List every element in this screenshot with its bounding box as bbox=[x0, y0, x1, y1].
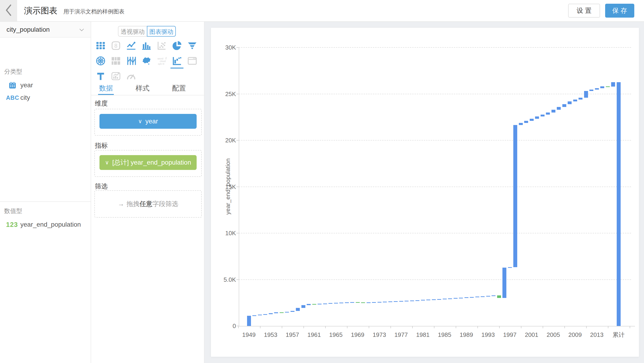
waterfall-bar[interactable] bbox=[486, 296, 490, 296]
waterfall-bar[interactable] bbox=[378, 302, 382, 302]
mode-pivot[interactable]: 透视驱动 bbox=[118, 26, 147, 37]
waterfall-bar[interactable] bbox=[334, 303, 338, 303]
waterfall-bar[interactable] bbox=[448, 298, 452, 299]
mode-chart[interactable]: 图表驱动 bbox=[147, 26, 176, 37]
filter-dropzone[interactable]: → 拖拽任意字段筛选 bbox=[94, 190, 202, 218]
line-chart-icon[interactable] bbox=[124, 38, 139, 53]
waterfall-bar[interactable] bbox=[454, 298, 458, 299]
waterfall-bar[interactable] bbox=[269, 313, 273, 314]
waterfall-bar[interactable] bbox=[394, 301, 398, 302]
waterfall-total-bar[interactable] bbox=[617, 82, 621, 326]
dimension-dropzone[interactable]: ∨ year bbox=[94, 109, 202, 136]
waterfall-bar[interactable] bbox=[513, 125, 517, 267]
waterfall-bar[interactable] bbox=[426, 299, 430, 300]
waterfall-bar[interactable] bbox=[481, 296, 484, 297]
number-card-icon[interactable]: 8 bbox=[108, 38, 124, 53]
waterfall-bar[interactable] bbox=[290, 311, 294, 312]
metric-pill[interactable]: ∨ [总计] year_end_population bbox=[100, 155, 196, 170]
scatter-chart-icon[interactable] bbox=[154, 38, 169, 53]
waterfall-bar[interactable] bbox=[530, 119, 534, 121]
save-button[interactable]: 保 存 bbox=[605, 4, 634, 18]
waterfall-bar[interactable] bbox=[323, 303, 327, 304]
waterfall-bar[interactable] bbox=[247, 316, 251, 326]
waterfall-bar[interactable] bbox=[470, 297, 474, 298]
waterfall-bar[interactable] bbox=[296, 308, 300, 311]
china-map-icon[interactable] bbox=[139, 53, 154, 69]
waterfall-bar[interactable] bbox=[399, 301, 403, 302]
waterfall-bar[interactable] bbox=[595, 88, 599, 90]
waterfall-bar[interactable] bbox=[508, 267, 512, 268]
waterfall-bar[interactable] bbox=[606, 86, 610, 87]
waterfall-bar[interactable] bbox=[361, 302, 365, 303]
waterfall-bar[interactable] bbox=[519, 123, 523, 125]
waterfall-bar[interactable] bbox=[410, 300, 414, 301]
waterfall-bar[interactable] bbox=[388, 301, 392, 302]
waterfall-bar[interactable] bbox=[443, 299, 447, 299]
waterfall-bar[interactable] bbox=[573, 100, 577, 101]
waterfall-bar[interactable] bbox=[421, 300, 425, 300]
waterfall-bar[interactable] bbox=[437, 299, 441, 300]
waterfall-bar[interactable] bbox=[600, 86, 604, 88]
waterfall-bar[interactable] bbox=[578, 98, 582, 100]
waterfall-bar[interactable] bbox=[350, 302, 354, 303]
waterfall-bar[interactable] bbox=[345, 302, 349, 303]
waterfall-bar[interactable] bbox=[307, 304, 311, 305]
waterfall-bar[interactable] bbox=[562, 104, 566, 107]
waterfall-bar[interactable] bbox=[328, 303, 332, 304]
waterfall-bar[interactable] bbox=[339, 302, 343, 303]
mosaic-chart-icon[interactable] bbox=[108, 53, 124, 69]
waterfall-bar[interactable] bbox=[367, 302, 370, 303]
waterfall-bar[interactable] bbox=[502, 268, 506, 298]
text-chart-icon[interactable] bbox=[93, 69, 108, 84]
waterfall-bar[interactable] bbox=[546, 113, 550, 115]
tab-data[interactable]: 数据 bbox=[98, 82, 114, 95]
waterfall-bar[interactable] bbox=[497, 295, 501, 298]
pie-chart-icon[interactable] bbox=[169, 38, 184, 53]
waterfall-bar[interactable] bbox=[552, 110, 556, 113]
waterfall-bar[interactable] bbox=[372, 302, 376, 303]
metric-dropzone[interactable]: ∨ [总计] year_end_population bbox=[94, 150, 202, 177]
waterfall-bar[interactable] bbox=[492, 295, 496, 296]
waterfall-bar[interactable] bbox=[584, 91, 588, 98]
field-item-year[interactable]: year bbox=[0, 80, 91, 91]
waterfall-bar[interactable] bbox=[432, 299, 436, 300]
waterfall-bar[interactable] bbox=[274, 312, 278, 313]
radar-chart-icon[interactable] bbox=[93, 53, 108, 69]
waterfall-bar[interactable] bbox=[356, 302, 360, 303]
waterfall-bar[interactable] bbox=[475, 296, 479, 297]
waterfall-bar[interactable] bbox=[459, 298, 463, 298]
parallel-chart-icon[interactable] bbox=[124, 53, 139, 69]
waterfall-bar[interactable] bbox=[258, 315, 262, 315]
waterfall-bar[interactable] bbox=[312, 304, 316, 305]
dimension-pill[interactable]: ∨ year bbox=[100, 114, 196, 129]
waterfall-bar[interactable] bbox=[383, 302, 387, 302]
back-button[interactable] bbox=[0, 0, 17, 21]
waterfall-chart-icon[interactable] bbox=[169, 53, 184, 69]
waterfall-bar[interactable] bbox=[535, 116, 539, 119]
iframe-icon[interactable] bbox=[184, 53, 200, 69]
gauge-chart-icon[interactable] bbox=[124, 69, 139, 84]
settings-button[interactable]: 设 置 bbox=[568, 4, 600, 18]
waterfall-bar[interactable] bbox=[590, 90, 593, 91]
combo-chart-icon[interactable] bbox=[108, 69, 124, 84]
waterfall-bar[interactable] bbox=[557, 107, 561, 110]
waterfall-bar[interactable] bbox=[318, 304, 322, 304]
waterfall-bar[interactable] bbox=[285, 312, 289, 312]
waterfall-bar[interactable] bbox=[302, 305, 305, 308]
funnel-chart-icon[interactable] bbox=[184, 38, 200, 53]
waterfall-bar[interactable] bbox=[404, 301, 408, 301]
waterfall-bar[interactable] bbox=[540, 115, 544, 117]
field-item-year-end-population[interactable]: 123 year_end_population bbox=[0, 219, 91, 230]
table-chart-icon[interactable] bbox=[93, 38, 108, 53]
bar-chart-icon[interactable] bbox=[139, 38, 154, 53]
waterfall-bar[interactable] bbox=[252, 315, 256, 316]
word-cloud-icon[interactable]: wordcloudagile BItag bbox=[154, 53, 169, 69]
waterfall-bar[interactable] bbox=[263, 314, 267, 315]
waterfall-bar[interactable] bbox=[280, 312, 284, 313]
dataset-selector[interactable]: city_population bbox=[0, 22, 91, 38]
waterfall-bar[interactable] bbox=[464, 297, 468, 298]
tab-config[interactable]: 配置 bbox=[171, 82, 187, 95]
waterfall-bar[interactable] bbox=[524, 121, 528, 123]
waterfall-bar[interactable] bbox=[416, 300, 420, 301]
field-item-city[interactable]: ABC city bbox=[0, 92, 91, 103]
